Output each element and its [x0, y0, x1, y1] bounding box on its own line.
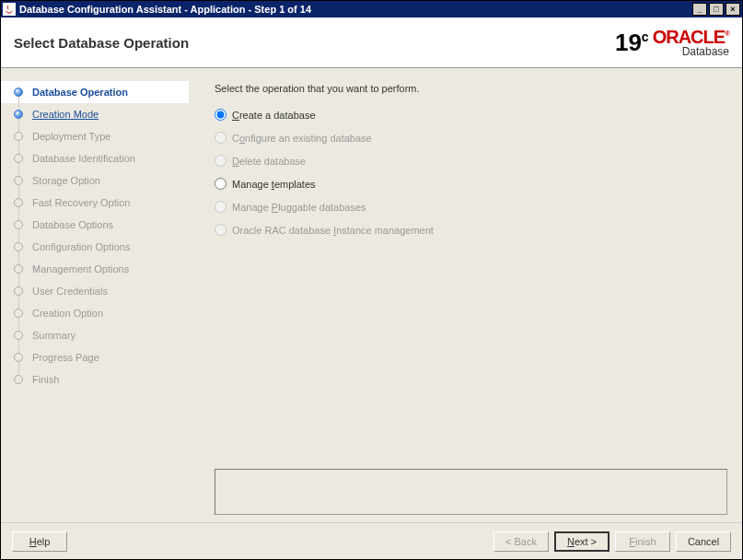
- next-button[interactable]: Next >: [554, 531, 609, 552]
- step-bullet-icon: [14, 154, 23, 163]
- page-title: Select Database Operation: [14, 35, 615, 51]
- wizard-step-database-options: Database Options: [1, 214, 189, 236]
- step-bullet-icon: [14, 242, 23, 251]
- maximize-button[interactable]: □: [709, 3, 724, 16]
- wizard-step-label: Deployment Type: [32, 131, 110, 142]
- main-content: Select the operation that you want to pe…: [189, 68, 742, 522]
- window-titlebar: Database Configuration Assistant - Appli…: [1, 1, 742, 18]
- wizard-step-label: User Credentials: [32, 286, 108, 297]
- wizard-step-label: Database Identification: [32, 153, 135, 164]
- radio-input: [215, 132, 226, 144]
- page-header: Select Database Operation 19c ORACLE® Da…: [1, 18, 742, 68]
- radio-option: Manage Pluggable databases: [215, 201, 727, 213]
- wizard-step-label: Fast Recovery Option: [32, 197, 130, 208]
- step-bullet-icon: [14, 220, 23, 229]
- radio-option: Oracle RAC database Instance management: [215, 224, 727, 236]
- wizard-steps-sidebar: Database OperationCreation ModeDeploymen…: [1, 68, 189, 522]
- radio-input[interactable]: [215, 109, 226, 121]
- logo-product: Database: [682, 46, 729, 57]
- wizard-step-label: Management Options: [32, 263, 129, 274]
- back-button[interactable]: < Back: [493, 531, 549, 552]
- radio-label: Oracle RAC database Instance management: [232, 225, 434, 236]
- operation-radio-group: Create a databaseConfigure an existing d…: [215, 109, 727, 236]
- step-bullet-icon: [14, 132, 23, 141]
- step-bullet-icon: [14, 110, 23, 119]
- wizard-step-label: Summary: [32, 330, 75, 341]
- radio-label: Create a database: [232, 110, 316, 121]
- wizard-step-label: Progress Page: [32, 352, 99, 363]
- minimize-button[interactable]: _: [692, 3, 707, 16]
- finish-button[interactable]: Finish: [615, 531, 670, 552]
- wizard-step-label: Storage Option: [32, 175, 100, 186]
- wizard-step-configuration-options: Configuration Options: [1, 236, 189, 258]
- radio-input: [215, 224, 226, 236]
- wizard-step-storage-option: Storage Option: [1, 169, 189, 192]
- close-button[interactable]: ×: [726, 3, 740, 16]
- wizard-step-finish: Finish: [1, 368, 189, 391]
- radio-label: Manage templates: [232, 179, 316, 190]
- wizard-step-label: Database Options: [32, 219, 113, 230]
- step-bullet-icon: [14, 286, 23, 296]
- logo-version: 19c: [615, 29, 649, 57]
- wizard-step-label: Database Operation: [32, 87, 128, 98]
- wizard-step-creation-option: Creation Option: [1, 302, 189, 324]
- wizard-step-label: Finish: [32, 374, 59, 385]
- radio-label: Delete database: [232, 156, 306, 167]
- step-bullet-icon: [14, 198, 23, 207]
- radio-input: [215, 201, 226, 213]
- wizard-step-label[interactable]: Creation Mode: [32, 109, 99, 120]
- wizard-step-label: Creation Option: [32, 308, 103, 319]
- step-bullet-icon: [14, 309, 23, 318]
- radio-option: Delete database: [215, 155, 727, 167]
- radio-option[interactable]: Create a database: [215, 109, 727, 121]
- step-bullet-icon: [14, 176, 23, 185]
- step-bullet-icon: [14, 88, 23, 97]
- wizard-step-summary: Summary: [1, 324, 189, 346]
- step-bullet-icon: [14, 264, 23, 274]
- step-bullet-icon: [14, 331, 23, 340]
- radio-input: [215, 155, 226, 167]
- logo-brand: ORACLE®: [653, 28, 729, 46]
- step-bullet-icon: [14, 353, 23, 362]
- wizard-step-database-operation: Database Operation: [1, 81, 189, 103]
- wizard-step-progress-page: Progress Page: [1, 346, 189, 368]
- window-title: Database Configuration Assistant - Appli…: [19, 4, 692, 15]
- radio-option[interactable]: Manage templates: [215, 178, 727, 190]
- wizard-step-user-credentials: User Credentials: [1, 280, 189, 302]
- radio-option: Configure an existing database: [215, 132, 727, 144]
- wizard-step-fast-recovery-option: Fast Recovery Option: [1, 192, 189, 214]
- radio-label: Configure an existing database: [232, 133, 372, 144]
- message-area: [215, 469, 727, 515]
- java-icon: [3, 3, 16, 16]
- wizard-step-database-identification: Database Identification: [1, 147, 189, 169]
- wizard-step-creation-mode[interactable]: Creation Mode: [1, 103, 189, 125]
- wizard-step-label: Configuration Options: [32, 241, 130, 252]
- oracle-logo: 19c ORACLE® Database: [615, 28, 729, 57]
- radio-input[interactable]: [215, 178, 226, 190]
- cancel-button[interactable]: Cancel: [676, 531, 731, 552]
- wizard-step-management-options: Management Options: [1, 258, 189, 280]
- step-bullet-icon: [14, 375, 23, 384]
- wizard-step-deployment-type: Deployment Type: [1, 125, 189, 147]
- wizard-footer: Help < Back Next > Finish Cancel: [1, 522, 742, 559]
- help-button[interactable]: Help: [12, 531, 67, 552]
- radio-label: Manage Pluggable databases: [232, 202, 366, 213]
- instruction-text: Select the operation that you want to pe…: [215, 83, 727, 94]
